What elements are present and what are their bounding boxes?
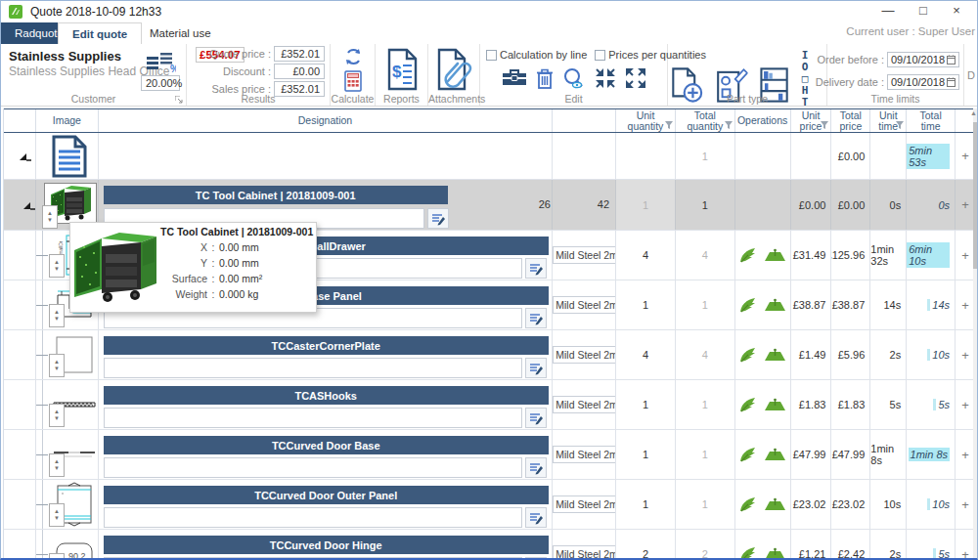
filter-funnel-icon[interactable] [665,121,673,129]
part-row-designation-cell[interactable]: TCCurved Door Hinge [99,530,554,560]
header-unit-price[interactable]: Unit price [791,109,832,132]
calculation-by-line-checkbox[interactable]: Calculation by line [486,49,587,61]
part-row-add-button[interactable]: + [956,280,975,329]
edit-note-button[interactable] [525,408,547,428]
part-row-add-button[interactable]: + [956,380,975,429]
part-comment-input[interactable] [104,408,522,428]
header-total-time[interactable]: Total time [907,109,956,132]
part-row-expand-cell[interactable] [4,280,36,329]
tab-material-use[interactable]: Material use [136,22,225,44]
discount-input[interactable]: £0.00 [274,64,325,79]
quantity-spinner[interactable]: ▲▼ [49,304,65,327]
part-row[interactable]: ▲▼ TCCurved Door Base Mild Steel 2mm 1 1… [4,430,975,480]
part-row-unit-quantity[interactable]: 1 [616,280,676,329]
expand-arrows-icon[interactable] [625,67,646,89]
quantity-spinner[interactable]: ▲▼ [49,503,65,527]
part-row-operations[interactable] [735,430,791,479]
assembly-row-add-button[interactable]: + [956,180,975,230]
part-row[interactable]: ▲▼ TCASHooks Mild Steel 2mm 1 1 £1.83 £1… [4,380,975,430]
customer-discount-input[interactable]: 20.00% [141,75,180,91]
cutting-operation-icon[interactable] [739,546,758,560]
calculation-by-line-checkbox-box[interactable] [486,50,497,61]
view-search-icon[interactable] [562,67,586,89]
filter-funnel-icon[interactable] [821,121,828,129]
refresh-icon[interactable] [340,47,366,68]
part-designation-bar[interactable]: TCCurved Door Base [104,436,549,454]
header-operations[interactable]: Operations [735,109,791,132]
part-row-operations[interactable] [735,330,791,379]
header-designation[interactable]: Designation [99,109,554,132]
delete-trash-icon[interactable] [536,68,554,89]
part-row-unit-quantity[interactable]: 1 [616,480,676,529]
quantity-spinner[interactable]: ▲▼ [49,254,65,278]
part-row-add-button[interactable]: + [956,330,975,379]
calculator-icon[interactable] [342,70,364,92]
calculate-button-caption[interactable]: Calculate [331,93,375,105]
reports-icon[interactable]: $ [383,48,421,91]
quote-row-image-cell[interactable] [36,133,99,179]
part-row-expand-cell[interactable] [4,330,36,379]
part-row-unit-quantity[interactable]: 4 [616,330,676,379]
assembly-row-unit-quantity[interactable]: 1 [616,180,676,230]
part-row-operations[interactable] [735,380,791,429]
minimize-button[interactable]: — [873,1,903,21]
part-row-operations[interactable] [735,231,791,280]
part-row-operations[interactable] [735,530,791,560]
part-row-unit-quantity[interactable]: 1 [616,380,676,429]
header-total-quantity[interactable]: Total quantity [676,109,735,132]
quantity-spinner[interactable]: ▲▼ [49,553,65,560]
bending-operation-icon[interactable] [765,497,785,512]
part-comment-input[interactable] [104,507,522,528]
part-row-expand-cell[interactable] [4,380,36,429]
part-designation-bar[interactable]: TCCasterCornerPlate [104,336,549,355]
attachments-button-caption[interactable]: Attachments [428,93,479,105]
bending-operation-icon[interactable] [765,448,785,462]
part-row-operations[interactable] [735,480,791,529]
part-comment-input[interactable] [104,358,522,378]
bending-operation-icon[interactable] [765,547,785,560]
edit-note-button[interactable] [525,308,547,328]
reports-button-caption[interactable]: Reports [376,93,427,105]
header-image[interactable]: Image [36,109,99,132]
close-button[interactable]: × [942,1,971,21]
vertical-scrollbar[interactable]: ▲ [973,108,977,560]
tab-edit-quote[interactable]: Edit quote [58,22,142,44]
part-row-expand-cell[interactable] [4,530,36,560]
part-designation-bar[interactable]: TCCurved Door Hinge [104,536,549,554]
cutting-operation-icon[interactable] [739,247,758,264]
part-row-unit-quantity[interactable]: 2 [616,530,676,560]
quantity-spinner[interactable]: ▲▼ [49,453,65,477]
part-row-image-cell[interactable]: 90.2 ▲▼ [36,530,99,560]
part-row-add-button[interactable]: + [956,480,975,529]
assembly-designation-bar[interactable]: TC Tool Cabinet | 20181009-001 [104,186,448,204]
part-row-image-cell[interactable]: ▲▼ [36,330,99,379]
part-comment-input[interactable] [104,457,522,478]
part-row-designation-cell[interactable]: TCCurved Door Base [99,430,554,479]
part-row-operations[interactable] [735,280,791,329]
scroll-up-icon[interactable]: ▲ [970,109,977,116]
part-row-designation-cell[interactable]: TCCasterCornerPlate [99,330,554,379]
part-row-expand-cell[interactable] [4,480,36,529]
part-row[interactable]: ▲▼ TCCasterCornerPlate Mild Steel 2mm 4 … [4,330,975,380]
bending-operation-icon[interactable] [765,348,785,363]
bending-operation-icon[interactable] [765,298,785,313]
part-designation-bar[interactable]: TCCurved Door Outer Panel [104,486,549,504]
cutting-operation-icon[interactable] [739,347,758,364]
edit-note-button[interactable] [427,208,449,229]
quote-price-input[interactable]: £352.01 [274,46,325,62]
collapse-arrow-icon[interactable] [20,152,31,161]
maximize-button[interactable]: □ [909,1,938,21]
header-unit-quantity[interactable]: Unit quantity [616,109,676,132]
assembly-row-expand-cell[interactable] [4,180,36,230]
bending-operation-icon[interactable] [765,398,785,412]
header-total-price[interactable]: Total price [831,109,870,132]
edit-note-button[interactable] [525,358,547,378]
prices-per-quantities-checkbox-box[interactable] [595,50,605,61]
filter-funnel-icon[interactable] [725,121,733,129]
scrollbar-thumb[interactable] [973,122,977,269]
part-row-image-cell[interactable]: ▲▼ [36,480,99,529]
collapse-arrow-icon[interactable] [23,201,35,210]
quote-row-add-button[interactable]: + [956,133,975,179]
edit-note-button[interactable] [525,507,547,528]
part-row-expand-cell[interactable] [4,231,36,280]
